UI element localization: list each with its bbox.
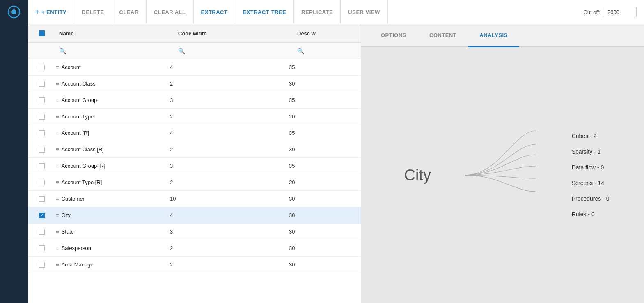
row-checkbox[interactable] <box>28 81 56 87</box>
cutoff-area: Cut off: <box>576 7 644 17</box>
table-row[interactable]: ≡State330 <box>28 224 361 240</box>
row-list-icon: ≡ <box>56 196 59 202</box>
row-name-text: Account Type [R] <box>62 179 102 185</box>
select-all-checkbox[interactable] <box>39 30 45 36</box>
row-code-cell: 2 <box>167 146 286 153</box>
row-name-text: Account [R] <box>62 130 89 136</box>
row-name-text: Account Class [R] <box>62 146 104 153</box>
replicate-button[interactable]: REPLICATE <box>294 0 341 24</box>
tab-options[interactable]: OPTIONS <box>369 24 418 47</box>
table-row[interactable]: ≡Account435 <box>28 59 361 76</box>
tabs-bar: OPTIONS CONTENT ANALYSIS <box>361 24 644 47</box>
row-desc-cell: 30 <box>286 229 361 235</box>
row-name-cell: ≡Account Type <box>56 113 167 120</box>
row-desc-cell: 30 <box>286 212 361 218</box>
row-checkbox[interactable] <box>28 130 56 136</box>
table-body: ≡Account435≡Account Class230≡Account Gro… <box>28 59 361 303</box>
row-name-cell: ≡Account Class [R] <box>56 146 167 153</box>
row-list-icon: ≡ <box>56 245 59 251</box>
add-entity-button[interactable]: + + ENTITY <box>28 0 74 24</box>
row-name-text: City <box>62 212 71 218</box>
clear-all-button[interactable]: CLEAR ALL <box>147 0 194 24</box>
row-checkbox[interactable] <box>28 65 56 70</box>
toolbar: + + ENTITY DELETE CLEAR CLEAR ALL EXTRAC… <box>0 0 644 24</box>
row-name-cell: ≡Account Class <box>56 81 167 87</box>
row-code-cell: 3 <box>167 229 286 235</box>
row-name-text: Account Group [R] <box>62 163 105 169</box>
user-view-button[interactable]: USER VIEW <box>341 0 387 24</box>
row-checkbox[interactable] <box>28 180 56 185</box>
row-checkbox[interactable] <box>28 245 56 251</box>
row-checkbox[interactable] <box>28 147 56 153</box>
row-code-cell: 3 <box>167 163 286 169</box>
table-row[interactable]: ≡Customer1030 <box>28 191 361 207</box>
tab-analysis[interactable]: ANALYSIS <box>468 24 519 47</box>
row-checkbox[interactable] <box>28 163 56 169</box>
row-checkbox[interactable] <box>28 213 56 218</box>
extract-tree-button[interactable]: EXTRACT TREE <box>235 0 294 24</box>
cutoff-input[interactable] <box>604 7 637 17</box>
table-row[interactable]: ≡Account Group [R]335 <box>28 158 361 174</box>
diagram-entries: Cubes - 2Sparsity - 1Data flow - 0Screen… <box>572 133 610 217</box>
checkbox-empty-icon <box>39 245 45 251</box>
row-name-cell: ≡Area Manager <box>56 261 167 268</box>
table-header: Name Code width Desc w <box>28 24 361 43</box>
row-list-icon: ≡ <box>56 81 59 87</box>
row-name-text: Area Manager <box>62 261 95 268</box>
table-row[interactable]: ≡Account [R]435 <box>28 125 361 141</box>
search-code-icon: 🔍 <box>178 48 185 54</box>
analysis-area: City Cubes - 2Sparsity - 1Data flow - 0S… <box>361 47 644 303</box>
search-desc-icon: 🔍 <box>297 48 304 54</box>
checkbox-empty-icon <box>39 81 45 87</box>
col-desc-header: Desc w <box>294 30 361 37</box>
search-desc-cell: 🔍 <box>294 48 361 54</box>
delete-button[interactable]: DELETE <box>74 0 112 24</box>
table-row[interactable]: ≡Account Class230 <box>28 76 361 92</box>
row-checkbox[interactable] <box>28 196 56 202</box>
search-code-cell: 🔍 <box>175 48 294 54</box>
table-row[interactable]: ≡Area Manager230 <box>28 257 361 273</box>
checkbox-empty-icon <box>39 130 45 136</box>
diagram-entry: Procedures - 0 <box>572 195 610 202</box>
row-name-cell: ≡Account [R] <box>56 130 167 136</box>
table-row[interactable]: ≡Account Type [R]220 <box>28 174 361 191</box>
diagram-entry: Rules - 0 <box>572 211 610 217</box>
left-sidebar <box>0 24 28 303</box>
row-code-cell: 3 <box>167 97 286 103</box>
row-list-icon: ≡ <box>56 97 59 103</box>
checkbox-empty-icon <box>39 163 45 169</box>
row-name-cell: ≡Account <box>56 64 167 70</box>
row-name-text: State <box>62 229 74 235</box>
diagram-entry: Cubes - 2 <box>572 133 610 139</box>
row-list-icon: ≡ <box>56 261 59 268</box>
row-code-cell: 2 <box>167 245 286 251</box>
table-row[interactable]: ≡Account Type220 <box>28 109 361 125</box>
row-name-cell: ≡Account Group [R] <box>56 163 167 169</box>
row-desc-cell: 30 <box>286 146 361 153</box>
checkbox-empty-icon <box>39 229 45 235</box>
right-panel: OPTIONS CONTENT ANALYSIS <box>361 24 644 303</box>
svg-point-1 <box>11 9 16 14</box>
row-checkbox[interactable] <box>28 229 56 235</box>
row-checkbox[interactable] <box>28 262 56 268</box>
clear-button[interactable]: CLEAR <box>112 0 147 24</box>
row-desc-cell: 20 <box>286 113 361 120</box>
row-name-text: Account Type <box>62 113 94 120</box>
logo-icon <box>7 5 21 19</box>
row-name-cell: ≡State <box>56 229 167 235</box>
table-row[interactable]: ≡Account Group335 <box>28 92 361 109</box>
row-checkbox[interactable] <box>28 114 56 120</box>
extract-button[interactable]: EXTRACT <box>194 0 236 24</box>
row-name-text: Account Class <box>62 81 96 87</box>
cutoff-label: Cut off: <box>583 9 600 15</box>
diagram-entry: Data flow - 0 <box>572 164 610 171</box>
row-desc-cell: 35 <box>286 97 361 103</box>
tab-content[interactable]: CONTENT <box>418 24 468 47</box>
row-name-text: Salesperson <box>62 245 91 251</box>
checkbox-checked-icon <box>39 213 45 218</box>
main-layout: Name Code width Desc w 🔍 🔍 🔍 ≡Account435… <box>0 24 644 303</box>
table-row[interactable]: ≡Account Class [R]230 <box>28 141 361 158</box>
table-row[interactable]: ≡City430 <box>28 207 361 224</box>
row-checkbox[interactable] <box>28 97 56 103</box>
table-row[interactable]: ≡Salesperson230 <box>28 240 361 257</box>
